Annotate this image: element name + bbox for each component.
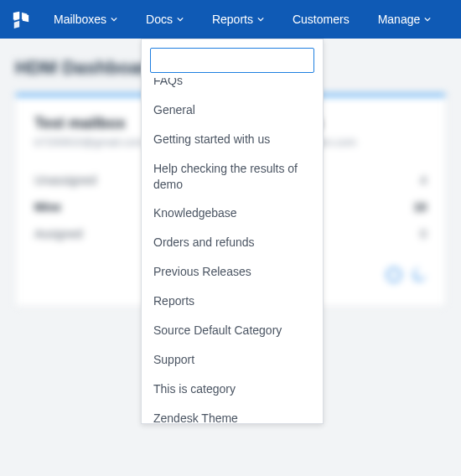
bookmark-icon[interactable] <box>412 267 427 281</box>
nav-docs[interactable]: Docs <box>134 0 195 39</box>
dropdown-list[interactable]: FAQsGeneralGetting started with usHelp c… <box>142 78 323 423</box>
chevron-down-icon <box>424 16 431 23</box>
nav-label: Manage <box>378 13 421 26</box>
svg-rect-0 <box>13 12 19 20</box>
dropdown-item[interactable]: Support <box>142 345 323 375</box>
svg-rect-1 <box>23 14 28 23</box>
docs-dropdown: FAQsGeneralGetting started with usHelp c… <box>141 39 324 424</box>
dropdown-item[interactable]: Getting started with us <box>142 125 323 154</box>
nav-label: Customers <box>293 13 350 26</box>
dropdown-item[interactable]: Knowledgebase <box>142 199 323 228</box>
chevron-down-icon <box>257 16 264 23</box>
nav-label: Mailboxes <box>54 13 106 26</box>
dropdown-item[interactable]: Zendesk Theme Documentation <box>142 404 323 423</box>
dropdown-item[interactable]: FAQs <box>142 78 323 96</box>
dropdown-item[interactable]: General <box>142 96 323 125</box>
dropdown-search-input[interactable] <box>150 48 314 73</box>
gear-icon[interactable] <box>386 267 401 282</box>
nav-customers[interactable]: Customers <box>281 0 361 39</box>
nav-mailboxes[interactable]: Mailboxes <box>42 0 129 39</box>
dropdown-item[interactable]: Previous Releases <box>142 257 323 287</box>
chevron-down-icon <box>111 16 117 23</box>
nav-manage[interactable]: Manage <box>366 0 443 39</box>
top-nav: Mailboxes Docs Reports Customers Manage <box>0 0 461 39</box>
dropdown-item[interactable]: Help checking the results of demo <box>142 154 323 199</box>
dropdown-item[interactable]: Source Default Category <box>142 316 323 345</box>
dropdown-item[interactable]: This is category <box>142 375 323 404</box>
dropdown-item[interactable]: Orders and refunds <box>142 228 323 257</box>
brand-logo-icon <box>12 10 30 28</box>
nav-label: Docs <box>146 13 173 26</box>
nav-reports[interactable]: Reports <box>200 0 276 39</box>
nav-label: Reports <box>212 13 253 26</box>
dropdown-item[interactable]: Reports <box>142 287 323 316</box>
chevron-down-icon <box>177 16 184 23</box>
